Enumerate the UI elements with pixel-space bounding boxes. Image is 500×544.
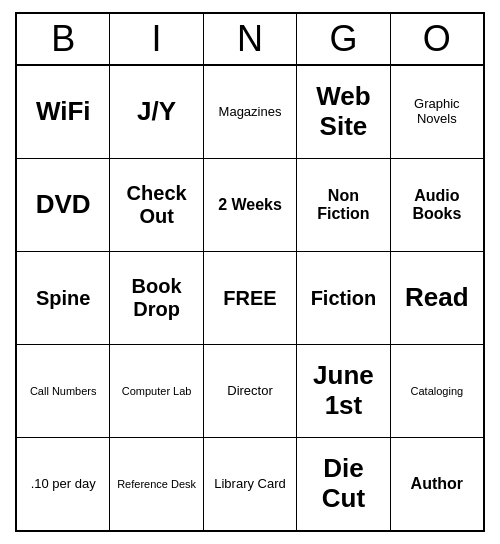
bingo-row-2: SpineBook DropFREEFictionRead	[17, 252, 483, 345]
bingo-cell-2-3: Fiction	[297, 252, 390, 344]
bingo-cell-3-3: June 1st	[297, 345, 390, 437]
bingo-cell-1-0: DVD	[17, 159, 110, 251]
bingo-cell-4-1: Reference Desk	[110, 438, 203, 530]
header-letter-I: I	[110, 14, 203, 64]
bingo-cell-4-0: .10 per day	[17, 438, 110, 530]
bingo-card: BINGO WiFiJ/YMagazinesWeb SiteGraphic No…	[15, 12, 485, 532]
bingo-row-3: Call NumbersComputer LabDirectorJune 1st…	[17, 345, 483, 438]
bingo-row-4: .10 per dayReference DeskLibrary CardDie…	[17, 438, 483, 530]
bingo-cell-3-4: Cataloging	[391, 345, 483, 437]
bingo-cell-0-4: Graphic Novels	[391, 66, 483, 158]
bingo-grid: WiFiJ/YMagazinesWeb SiteGraphic NovelsDV…	[17, 66, 483, 530]
bingo-cell-1-4: Audio Books	[391, 159, 483, 251]
bingo-cell-4-3: Die Cut	[297, 438, 390, 530]
bingo-cell-4-2: Library Card	[204, 438, 297, 530]
bingo-cell-2-1: Book Drop	[110, 252, 203, 344]
bingo-cell-0-1: J/Y	[110, 66, 203, 158]
bingo-cell-2-2: FREE	[204, 252, 297, 344]
bingo-row-0: WiFiJ/YMagazinesWeb SiteGraphic Novels	[17, 66, 483, 159]
bingo-cell-1-3: Non Fiction	[297, 159, 390, 251]
bingo-cell-0-3: Web Site	[297, 66, 390, 158]
header-letter-G: G	[297, 14, 390, 64]
bingo-cell-4-4: Author	[391, 438, 483, 530]
bingo-cell-0-0: WiFi	[17, 66, 110, 158]
bingo-cell-1-1: Check Out	[110, 159, 203, 251]
bingo-cell-2-4: Read	[391, 252, 483, 344]
bingo-header: BINGO	[17, 14, 483, 66]
bingo-cell-3-2: Director	[204, 345, 297, 437]
bingo-cell-2-0: Spine	[17, 252, 110, 344]
bingo-cell-3-0: Call Numbers	[17, 345, 110, 437]
header-letter-N: N	[204, 14, 297, 64]
header-letter-O: O	[391, 14, 483, 64]
bingo-cell-1-2: 2 Weeks	[204, 159, 297, 251]
bingo-cell-0-2: Magazines	[204, 66, 297, 158]
bingo-cell-3-1: Computer Lab	[110, 345, 203, 437]
header-letter-B: B	[17, 14, 110, 64]
bingo-row-1: DVDCheck Out2 WeeksNon FictionAudio Book…	[17, 159, 483, 252]
